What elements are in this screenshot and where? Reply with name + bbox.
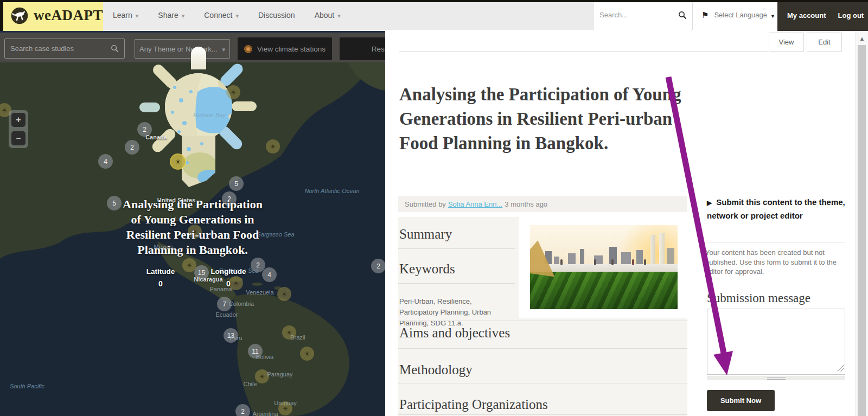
account-bar: My account Log out <box>777 0 868 31</box>
map-place-label: North Atlantic Ocean <box>304 188 359 194</box>
map-panel[interactable]: Search case studies Any Theme or Network… <box>0 31 385 416</box>
case-study-search-placeholder: Search case studies <box>10 44 111 53</box>
weadapt-logo[interactable]: weADAPT <box>0 0 103 31</box>
search-icon[interactable] <box>678 11 687 20</box>
divider <box>398 283 515 284</box>
tab-edit[interactable]: Edit <box>807 33 842 52</box>
map-place-label: Colombia <box>229 300 254 307</box>
cluster-marker[interactable]: 5 <box>229 176 244 191</box>
cluster-count: 2 <box>376 263 380 270</box>
divider <box>398 321 687 321</box>
submit-content-heading: Submit this content to the theme, networ… <box>707 196 847 222</box>
logout-link[interactable]: Log out <box>838 11 864 20</box>
map-place-label: Venezuela <box>246 289 273 296</box>
longitude-label: Longitude <box>199 267 258 276</box>
cluster-count: 4 <box>267 271 271 279</box>
map-place-label: South Pacific <box>10 383 44 389</box>
section-heading-keywords[interactable]: Keywords <box>399 261 455 277</box>
cluster-marker[interactable]: 4 <box>98 154 113 169</box>
climate-button-label: View climate stations <box>257 45 326 53</box>
section-heading-summary[interactable]: Summary <box>399 227 452 242</box>
header-search-input[interactable]: Search... <box>594 0 693 30</box>
reset-all-button[interactable]: Reset all <box>340 37 385 60</box>
nav-item-about[interactable]: About <box>315 11 341 20</box>
drag-grip-icon <box>767 377 786 380</box>
map-zoom-controls: + − <box>9 110 28 148</box>
nav-item-learn[interactable]: Learn <box>113 11 138 20</box>
header-search-placeholder: Search... <box>599 11 678 19</box>
sun-icon <box>244 45 252 53</box>
zoom-out-button[interactable]: − <box>11 131 25 145</box>
byline: Submitted by Sofia Anna Enri... 3 months… <box>398 196 687 212</box>
article-sections: Summary Keywords Peri-Urban, Resilience,… <box>398 217 687 416</box>
map-place-label: Canada <box>145 134 167 140</box>
main-nav: Learn Share Connect Discussion About <box>103 0 594 30</box>
zoom-in-button[interactable]: + <box>11 113 25 127</box>
byline-prefix: Submitted by <box>405 200 446 208</box>
language-selector[interactable]: Select Language <box>693 0 777 30</box>
scroll-up-arrow-icon[interactable] <box>858 35 866 43</box>
map-place-label: Bolivia <box>256 354 273 360</box>
tab-view[interactable]: View <box>769 33 804 52</box>
cluster-marker[interactable]: 2 <box>125 140 139 155</box>
latitude-label: Latitude <box>131 267 190 276</box>
logo-text: weADAPT <box>34 7 103 24</box>
longitude-value: 0 <box>199 279 258 288</box>
climate-station-marker-icon[interactable] <box>226 85 240 99</box>
cluster-marker[interactable]: 4 <box>262 267 277 282</box>
nav-item-discussion[interactable]: Discussion <box>258 11 295 20</box>
map-place-label: Uruguay <box>274 400 297 406</box>
climate-station-marker-icon[interactable] <box>300 347 314 361</box>
latitude-value: 0 <box>131 279 190 288</box>
top-border <box>0 0 868 2</box>
map-place-label: Argentina <box>252 411 278 416</box>
cluster-count: 7 <box>222 300 226 308</box>
map-overlay-title: Analysing the Participation of Young Gen… <box>65 197 320 258</box>
divider <box>398 414 687 415</box>
map-place-label: Paraguay <box>267 371 292 377</box>
author-link[interactable]: Sofia Anna Enri... <box>448 200 502 208</box>
section-heading-organizations[interactable]: Participating Organizations <box>399 397 548 412</box>
map-place-label: Chile <box>243 381 257 387</box>
divider <box>398 348 687 349</box>
search-icon[interactable] <box>111 44 119 53</box>
cluster-count: 2 <box>241 408 245 415</box>
view-climate-stations-button[interactable]: View climate stations <box>238 37 332 60</box>
section-heading-aims[interactable]: Aims and objectives <box>399 325 510 341</box>
submit-now-button[interactable]: Submit Now <box>707 390 775 411</box>
climate-station-marker-icon[interactable] <box>171 155 185 169</box>
case-study-search-input[interactable]: Search case studies <box>4 39 125 59</box>
climate-station-marker-icon[interactable] <box>277 287 291 301</box>
scrollbar-thumb[interactable] <box>858 45 866 416</box>
cluster-count: 2 <box>130 144 134 151</box>
language-label: Select Language <box>714 11 767 19</box>
map-place-label: Ecuador <box>216 311 238 318</box>
divider <box>707 242 845 242</box>
top-header: weADAPT Learn Share Connect Discussion A… <box>0 0 868 31</box>
cluster-count: 2 <box>143 126 146 133</box>
nav-item-connect[interactable]: Connect <box>204 11 239 20</box>
climate-station-marker-icon[interactable] <box>266 139 280 153</box>
cluster-count: 5 <box>234 180 238 188</box>
theme-network-dropdown[interactable]: Any Theme or Network... <box>135 39 230 59</box>
flag-icon <box>701 10 709 20</box>
textarea-resize-handle[interactable] <box>838 365 844 372</box>
article-panel: View Edit Analysing the Participation of… <box>385 31 868 416</box>
divider <box>398 248 515 249</box>
textarea-drag-bar[interactable] <box>707 376 845 380</box>
cluster-marker[interactable]: 2 <box>235 404 250 416</box>
latitude-readout: Latitude 0 <box>131 267 190 288</box>
my-account-link[interactable]: My account <box>787 11 826 20</box>
tab-bar-divider <box>399 51 768 52</box>
lightbulb-top-ray <box>191 47 206 69</box>
cluster-marker[interactable]: 2 <box>371 259 385 273</box>
keywords-text: Peri-Urban, Resilience, Participatory Pl… <box>399 296 510 329</box>
chevron-down-icon <box>767 10 775 20</box>
divider <box>398 383 687 383</box>
section-heading-methodology[interactable]: Methodology <box>399 362 473 377</box>
nav-item-share[interactable]: Share <box>158 11 184 20</box>
map-place-label: Peru <box>229 335 242 341</box>
rooftop-garden-photo <box>530 225 678 309</box>
map-place-label: Hudson Bay <box>193 112 226 118</box>
submission-message-textarea[interactable] <box>707 309 845 375</box>
